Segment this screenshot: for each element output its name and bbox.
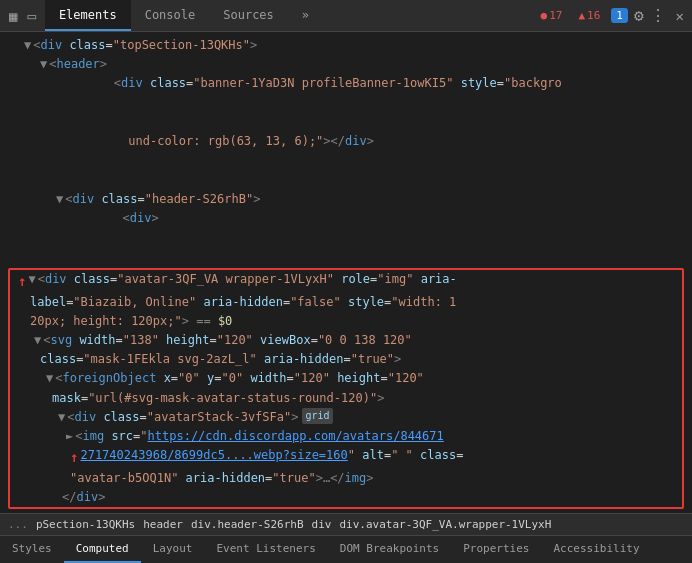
tab-bar: Elements Console Sources »	[45, 0, 528, 31]
tab-more[interactable]: »	[288, 0, 323, 31]
tree-line[interactable]: ↑ 271740243968/8699dc5....webp?size=160"…	[10, 446, 682, 468]
more-icon[interactable]: ⋮	[650, 6, 666, 25]
close-icon[interactable]: ✕	[676, 8, 684, 24]
error-count: 17	[549, 9, 562, 22]
breadcrumb-item-div[interactable]: div	[312, 518, 332, 531]
breadcrumb-item-header[interactable]: header	[143, 518, 183, 531]
tree-line[interactable]: mask="url(#svg-mask-avatar-status-round-…	[10, 389, 682, 408]
error-badge: ● 17	[536, 8, 568, 23]
tab-dom-breakpoints[interactable]: DOM Breakpoints	[328, 536, 451, 563]
tab-layout[interactable]: Layout	[141, 536, 205, 563]
error-icon: ●	[541, 9, 548, 22]
tree-line[interactable]: class="mask-1FEkla svg-2azL_l" aria-hidd…	[10, 350, 682, 369]
warn-badge: ▲ 16	[573, 8, 605, 23]
tab-properties[interactable]: Properties	[451, 536, 541, 563]
inspect-icon[interactable]: ▦	[6, 6, 20, 26]
expand-arrow[interactable]: ▼	[58, 408, 65, 427]
tab-computed[interactable]: Computed	[64, 536, 141, 563]
device-icon[interactable]: ▭	[24, 6, 38, 26]
tree-line[interactable]: und-color: rgb(63, 13, 6);"></div>	[0, 132, 692, 190]
tree-line[interactable]: </foreignObject>	[0, 511, 692, 513]
tree-line[interactable]: "avatar-b5OQ1N" aria-hidden="true">…</im…	[10, 469, 682, 488]
arrow-indicator-2: ↑	[70, 446, 78, 468]
html-tree[interactable]: ▼ <div class="topSection-13QKHs" > ▼ <he…	[0, 32, 692, 513]
expand-arrow[interactable]: ►	[66, 427, 73, 446]
breadcrumb-item-div-header[interactable]: div.header-S26rhB	[191, 518, 304, 531]
tab-styles[interactable]: Styles	[0, 536, 64, 563]
breadcrumb-bar: ... pSection-13QKHs header div.header-S2…	[0, 513, 692, 535]
warn-count: 16	[587, 9, 600, 22]
expand-arrow[interactable]: ▼	[24, 36, 31, 55]
tab-elements[interactable]: Elements	[45, 0, 131, 31]
tab-sources[interactable]: Sources	[209, 0, 288, 31]
grid-badge: grid	[302, 408, 332, 424]
highlighted-section: ↑ ▼ <div class="avatar-3QF_VA wrapper-1V…	[8, 268, 684, 509]
tree-line[interactable]: </div>	[10, 488, 682, 507]
tree-line[interactable]: ▼ <header>	[0, 55, 692, 74]
tab-console[interactable]: Console	[131, 0, 210, 31]
breadcrumb-item-avatar[interactable]: div.avatar-3QF_VA.wrapper-1VLyxH	[339, 518, 551, 531]
tree-line[interactable]: ▼ <svg width="138" height="120" viewBox=…	[10, 331, 682, 350]
tab-event-listeners[interactable]: Event Listeners	[204, 536, 327, 563]
expand-arrow[interactable]: ▼	[40, 55, 47, 74]
info-badge: 1	[611, 8, 628, 23]
tree-line[interactable]: <div class="banner-1YaD3N profileBanner-…	[0, 74, 692, 132]
tree-line[interactable]: ↑ ▼ <div class="avatar-3QF_VA wrapper-1V…	[10, 270, 682, 292]
toolbar-right: ● 17 ▲ 16 1 ⚙ ⋮ ✕	[528, 6, 692, 25]
bottom-tabs: Styles Computed Layout Event Listeners D…	[0, 535, 692, 563]
arrow-indicator: ↑	[18, 270, 26, 292]
warn-icon: ▲	[578, 9, 585, 22]
img-src-link-2[interactable]: 271740243968/8699dc5....webp?size=160	[80, 446, 347, 465]
info-count: 1	[616, 9, 623, 22]
tree-line[interactable]: ▼ <div class="avatarStack-3vfSFa"> grid	[10, 408, 682, 427]
tree-line[interactable]: ► <img src="https://cdn.discordapp.com/a…	[10, 427, 682, 446]
breadcrumb-item[interactable]: pSection-13QKHs	[36, 518, 135, 531]
toolbar: ▦ ▭ Elements Console Sources » ● 17 ▲ 16…	[0, 0, 692, 32]
expand-arrow[interactable]: ▼	[34, 331, 41, 350]
tree-line[interactable]: ▼ <foreignObject x="0" y="0" width="120"…	[10, 369, 682, 388]
tree-line[interactable]: 20px; height: 120px;"> == $0	[10, 312, 682, 331]
img-src-link[interactable]: https://cdn.discordapp.com/avatars/84467…	[148, 427, 444, 446]
tab-accessibility[interactable]: Accessibility	[541, 536, 651, 563]
expand-arrow[interactable]: ▼	[28, 270, 35, 289]
main-content: ▼ <div class="topSection-13QKHs" > ▼ <he…	[0, 32, 692, 563]
settings-icon[interactable]: ⚙	[634, 6, 644, 25]
toolbar-left: ▦ ▭	[0, 6, 45, 26]
tree-line[interactable]: ▼ <div class="topSection-13QKHs" >	[0, 36, 692, 55]
breadcrumb-dots: ...	[8, 518, 28, 531]
expand-arrow[interactable]: ▼	[56, 190, 63, 209]
expand-arrow[interactable]: ▼	[46, 369, 53, 388]
tree-line[interactable]: <div>	[0, 209, 692, 267]
tree-line[interactable]: ▼ <div class="header-S26rhB" >	[0, 190, 692, 209]
tree-line[interactable]: label="Biazaib, Online" aria-hidden="fal…	[10, 293, 682, 312]
